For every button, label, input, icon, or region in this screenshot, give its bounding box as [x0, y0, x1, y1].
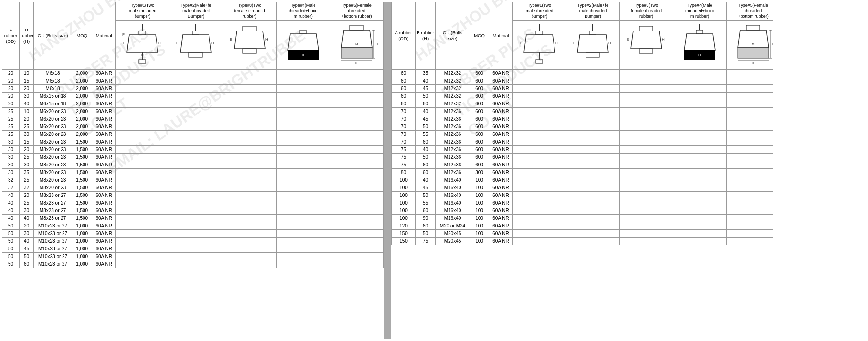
- cell-type4: [276, 93, 330, 100]
- cell-mat: 60A NR: [92, 77, 116, 85]
- cell-c: M12x36: [436, 131, 470, 138]
- cell-a: 30: [2, 146, 20, 154]
- cell-type3: [223, 222, 276, 230]
- cell-c: M6x18: [34, 77, 72, 85]
- col-type4-left-header: Type#4(Male threaded+botto m rubber): [276, 2, 330, 21]
- left-table-section: Arubber(OD) Brubber(H) C：(Bolts size) MO…: [2, 2, 384, 339]
- cell-type3: [620, 192, 673, 199]
- cell-type3: [223, 230, 276, 238]
- table-row: 100 60 M16x40 100 60A NR: [392, 207, 774, 215]
- cell-type2: [566, 100, 620, 108]
- cell-type4: [276, 245, 330, 253]
- cell-moq: 2,000: [72, 115, 92, 123]
- cell-moq: 2,000: [72, 123, 92, 131]
- cell-b: 10: [20, 70, 34, 77]
- cell-type2: [169, 161, 223, 169]
- table-row: 150 50 M20x45 100 60A NR: [392, 230, 774, 238]
- cell-b: 25: [20, 199, 34, 207]
- cell-type4: [276, 176, 330, 184]
- cell-type2: [169, 100, 223, 108]
- col-type2-left-header: Type#2(Male+fe male threaded Bumper): [169, 2, 223, 21]
- cell-c: M20 or M24: [436, 222, 470, 230]
- cell-type1: [513, 123, 566, 131]
- cell-type1: [513, 146, 566, 154]
- cell-type3: [223, 108, 276, 115]
- cell-type4: [673, 146, 727, 154]
- cell-type4: [276, 100, 330, 108]
- cell-b: 50: [416, 154, 436, 161]
- cell-moq: 1,500: [72, 138, 92, 146]
- svg-text:H: H: [772, 42, 773, 46]
- cell-type3: [620, 77, 673, 85]
- cell-mat: 60A NR: [489, 85, 513, 93]
- cell-type2: [169, 123, 223, 131]
- cell-mat: 60A NR: [92, 85, 116, 93]
- cell-a: 60: [392, 100, 416, 108]
- cell-type1: [513, 222, 566, 230]
- cell-type1: [513, 85, 566, 93]
- cell-c: M12x36: [436, 161, 470, 169]
- svg-rect-43: [639, 49, 653, 53]
- cell-type4: [276, 230, 330, 238]
- type5-svg-left: H D M: [334, 21, 379, 67]
- cell-moq: 2,000: [72, 85, 92, 93]
- svg-text:H: H: [608, 41, 611, 45]
- cell-b: 15: [20, 77, 34, 85]
- table-row: 20 10 M6x18 2,000 60A NR: [2, 70, 384, 77]
- cell-type2: [169, 176, 223, 184]
- svg-text:M: M: [752, 42, 755, 46]
- svg-text:E: E: [573, 41, 575, 45]
- cell-moq: 2,000: [72, 131, 92, 138]
- col-c-right: C：(Boltssize): [436, 2, 470, 70]
- cell-type5: [330, 192, 383, 199]
- cell-type5: [727, 100, 774, 108]
- table-row: 80 60 M12x36 300 60A NR: [392, 169, 774, 176]
- cell-c: M16x40: [436, 215, 470, 222]
- svg-text:D: D: [752, 62, 754, 65]
- table-row: 70 55 M12x36 600 60A NR: [392, 131, 774, 138]
- cell-mat: 60A NR: [489, 207, 513, 215]
- cell-type1: [116, 85, 169, 93]
- cell-type4: [673, 154, 727, 161]
- cell-type2: [566, 161, 620, 169]
- cell-a: 30: [2, 161, 20, 169]
- cell-type3: [223, 192, 276, 199]
- cell-mat: 60A NR: [92, 93, 116, 100]
- cell-a: 25: [2, 131, 20, 138]
- cell-type4: [673, 100, 727, 108]
- col-type3-right-header: Type#3(Two female threaded rubber): [620, 2, 673, 21]
- cell-b: 50: [20, 253, 34, 260]
- cell-type5: [727, 238, 774, 245]
- cell-type1: [116, 260, 169, 268]
- cell-type2: [566, 115, 620, 123]
- col-type1-left-header: Type#1(Two male threaded bumper): [116, 2, 169, 21]
- cell-type5: [330, 93, 383, 100]
- cell-type4: [276, 222, 330, 230]
- cell-type5: [330, 176, 383, 184]
- cell-type5: [727, 161, 774, 169]
- cell-type3: [620, 123, 673, 131]
- cell-type2: [566, 222, 620, 230]
- cell-mat: 60A NR: [489, 215, 513, 222]
- cell-type5: [727, 207, 774, 215]
- cell-a: 150: [392, 230, 416, 238]
- cell-c: M8x20 or 23: [34, 138, 72, 146]
- table-row: 25 25 M6x20 or 23 2,000 60A NR: [2, 123, 384, 131]
- table-row: 20 30 M6x15 or 18 2,000 60A NR: [2, 93, 384, 100]
- cell-mat: 60A NR: [92, 70, 116, 77]
- cell-moq: 100: [470, 192, 489, 199]
- cell-type3: [620, 100, 673, 108]
- cell-type4: [673, 115, 727, 123]
- svg-text:H: H: [302, 53, 304, 57]
- type1-svg-right: E H: [517, 21, 562, 67]
- cell-b: 30: [20, 161, 34, 169]
- cell-mat: 60A NR: [489, 77, 513, 85]
- svg-rect-50: [746, 25, 760, 30]
- cell-type1: [513, 238, 566, 245]
- cell-a: 100: [392, 215, 416, 222]
- svg-text:E: E: [176, 41, 178, 45]
- cell-a: 50: [2, 222, 20, 230]
- cell-b: 30: [20, 93, 34, 100]
- cell-c: M8x23 or 27: [34, 192, 72, 199]
- cell-type3: [620, 161, 673, 169]
